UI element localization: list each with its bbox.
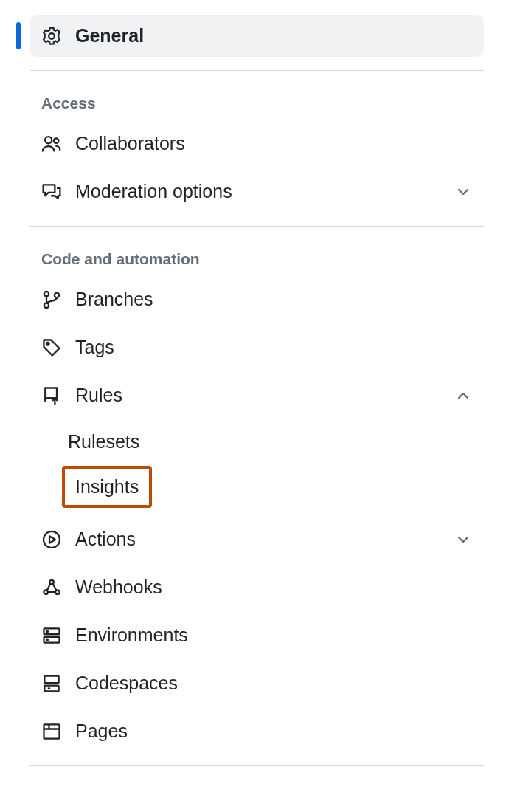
svg-rect-16 [44, 685, 58, 691]
divider [30, 70, 484, 71]
nav-item-rules[interactable]: Rules [30, 374, 484, 416]
svg-point-1 [45, 137, 52, 143]
svg-point-6 [46, 343, 49, 345]
nav-item-pages[interactable]: Pages [30, 710, 484, 752]
svg-point-14 [46, 639, 48, 640]
nav-item-actions[interactable]: Actions [30, 518, 484, 560]
sub-item-insights-label: Insights [75, 476, 139, 497]
section-heading-access: Access [30, 92, 484, 123]
rules-subitems: Rulesets Insights [30, 422, 484, 512]
people-icon [41, 134, 62, 154]
chevron-up-icon [454, 387, 472, 405]
git-branch-icon [41, 289, 62, 310]
nav-item-branches[interactable]: Branches [30, 278, 484, 320]
nav-item-general[interactable]: General [30, 15, 484, 57]
nav-label-general: General [75, 25, 472, 47]
nav-label-branches: Branches [75, 289, 472, 310]
gear-icon [41, 26, 62, 47]
nav-label-pages: Pages [75, 720, 472, 742]
divider [30, 226, 484, 227]
nav-label-moderation: Moderation options [75, 181, 441, 202]
nav-label-webhooks: Webhooks [75, 577, 472, 598]
nav-label-collaborators: Collaborators [75, 133, 472, 154]
svg-point-4 [44, 303, 49, 307]
active-indicator [16, 22, 21, 49]
webhook-icon [41, 577, 62, 598]
nav-item-environments[interactable]: Environments [30, 614, 484, 656]
chevron-down-icon [454, 531, 472, 548]
nav-item-tags[interactable]: Tags [30, 326, 484, 368]
repo-push-icon [41, 385, 62, 406]
nav-item-collaborators[interactable]: Collaborators [30, 123, 484, 165]
nav-label-rules: Rules [75, 385, 441, 406]
divider [30, 765, 484, 766]
codespaces-icon [41, 673, 62, 694]
sub-item-insights-highlighted[interactable]: Insights [62, 466, 152, 508]
nav-label-environments: Environments [75, 625, 472, 646]
server-icon [41, 625, 62, 646]
comment-discussion-icon [41, 182, 62, 202]
nav-item-webhooks[interactable]: Webhooks [30, 566, 484, 608]
browser-icon [41, 721, 62, 742]
svg-rect-17 [44, 724, 60, 738]
sub-item-rulesets[interactable]: Rulesets [30, 422, 484, 461]
svg-rect-15 [44, 675, 58, 683]
settings-sidebar: General Access Collaborators [0, 0, 506, 802]
nav-item-codespaces[interactable]: Codespaces [30, 662, 484, 704]
svg-point-7 [44, 531, 60, 547]
nav-item-moderation[interactable]: Moderation options [30, 171, 484, 213]
svg-point-3 [44, 291, 49, 295]
section-heading-code: Code and automation [30, 247, 484, 278]
svg-point-13 [46, 630, 48, 632]
svg-point-5 [55, 292, 59, 297]
chevron-down-icon [454, 183, 472, 201]
svg-point-2 [54, 138, 59, 143]
tag-icon [41, 337, 62, 358]
nav-label-codespaces: Codespaces [75, 672, 472, 694]
play-circle-icon [41, 529, 62, 550]
svg-point-0 [49, 33, 55, 39]
nav-label-tags: Tags [75, 337, 472, 358]
nav-label-actions: Actions [75, 529, 441, 550]
